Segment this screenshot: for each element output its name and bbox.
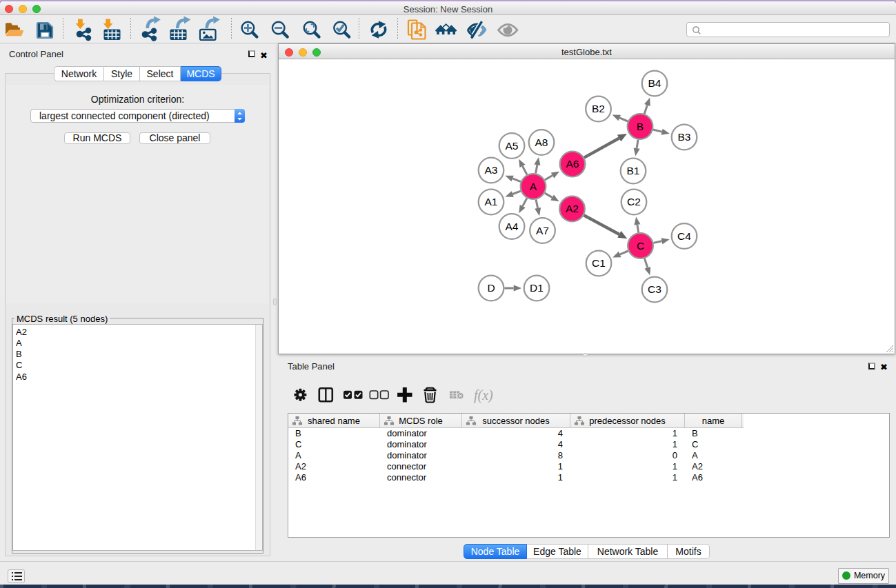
svg-text:A8: A8 [535,136,548,148]
svg-text:A: A [530,181,537,192]
svg-text:A7: A7 [536,225,549,236]
svg-text:f(x): f(x) [474,387,493,403]
svg-text:A2: A2 [566,203,579,214]
svg-text:C4: C4 [677,230,691,242]
svg-text:B4: B4 [648,77,661,89]
svg-text:D1: D1 [530,282,544,294]
svg-text:C: C [637,240,644,252]
svg-text:B3: B3 [678,131,691,143]
svg-text:B1: B1 [627,165,640,176]
svg-text:C1: C1 [592,257,606,269]
svg-text:A6: A6 [566,158,579,170]
svg-text:C3: C3 [648,283,661,295]
svg-text:A1: A1 [485,196,498,207]
svg-text:A3: A3 [485,164,498,176]
svg-text:A4: A4 [506,221,519,232]
svg-text:B2: B2 [592,103,605,114]
svg-text:D: D [487,282,495,294]
svg-text:C2: C2 [627,196,641,207]
svg-text:B: B [637,121,644,132]
svg-text:A5: A5 [506,140,519,152]
